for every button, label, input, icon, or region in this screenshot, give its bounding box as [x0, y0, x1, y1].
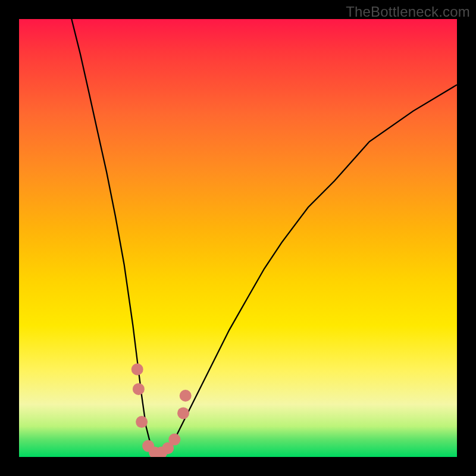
chart-frame: TheBottleneck.com	[0, 0, 476, 476]
watermark-text: TheBottleneck.com	[346, 4, 470, 20]
curve-markers	[131, 364, 192, 457]
curve-marker	[168, 434, 180, 446]
curve-marker	[177, 407, 189, 419]
curve-marker	[133, 383, 145, 395]
bottleneck-curve	[19, 19, 457, 457]
curve-marker	[131, 364, 143, 375]
curve-line	[71, 19, 457, 455]
plot-area	[19, 19, 457, 457]
curve-marker	[136, 416, 148, 428]
curve-marker	[180, 390, 192, 402]
